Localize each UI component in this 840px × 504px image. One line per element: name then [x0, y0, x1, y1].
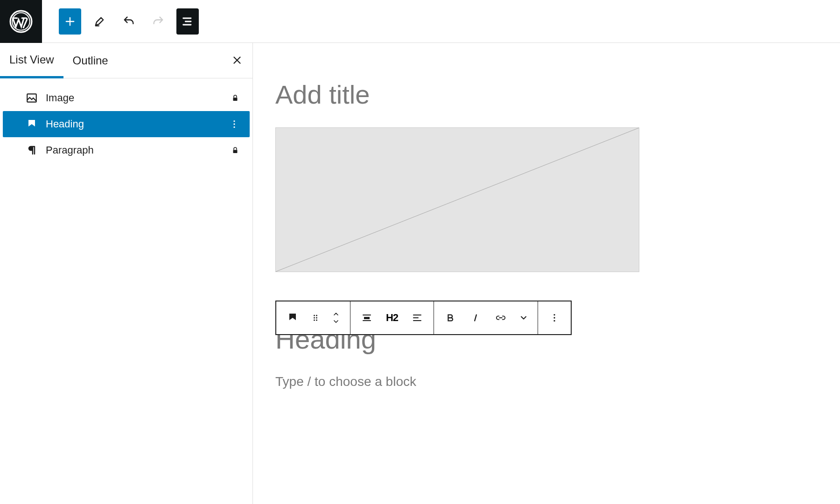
svg-point-15	[553, 314, 555, 315]
tools-button[interactable]	[88, 8, 111, 35]
edit-icon	[93, 15, 106, 28]
document-overview-button[interactable]	[176, 8, 199, 35]
italic-button[interactable]	[463, 301, 488, 334]
close-sidebar-button[interactable]	[231, 54, 243, 66]
align-button[interactable]	[354, 301, 379, 334]
list-item-heading[interactable]: Heading	[3, 111, 250, 137]
move-down-button[interactable]	[331, 318, 341, 325]
chevron-down-icon	[519, 313, 528, 322]
undo-icon	[121, 15, 136, 28]
paragraph-block-input[interactable]: Type / to choose a block	[275, 374, 818, 389]
add-block-button[interactable]	[59, 8, 81, 35]
image-block-placeholder[interactable]	[275, 127, 639, 272]
redo-button	[147, 8, 169, 35]
top-toolbar	[0, 0, 840, 43]
wordpress-logo[interactable]	[0, 0, 42, 43]
more-vertical-icon	[229, 119, 239, 129]
svg-point-16	[553, 317, 555, 318]
list-item-label: Heading	[46, 118, 84, 130]
paragraph-icon	[25, 145, 38, 156]
svg-rect-14	[364, 317, 370, 319]
main-area: List View Outline Image Heading Paragrap…	[0, 43, 840, 504]
heading-icon	[287, 312, 298, 323]
drag-handle[interactable]	[305, 301, 326, 334]
redo-icon	[151, 15, 166, 28]
svg-rect-7	[233, 150, 238, 153]
block-type-button[interactable]	[280, 301, 305, 334]
chevron-up-icon	[331, 310, 341, 318]
list-view-sidebar: List View Outline Image Heading Paragrap…	[0, 43, 253, 504]
wordpress-icon	[9, 10, 33, 33]
bold-icon	[445, 313, 455, 323]
tab-list-view[interactable]: List View	[0, 43, 63, 78]
align-icon	[361, 312, 372, 323]
list-item-image[interactable]: Image	[3, 85, 250, 111]
list-view-icon	[181, 15, 194, 28]
block-list: Image Heading Paragraph	[0, 78, 252, 163]
heading-icon	[25, 119, 38, 130]
chevron-down-icon	[331, 318, 341, 325]
list-item-label: Paragraph	[46, 144, 94, 156]
list-item-paragraph[interactable]: Paragraph	[3, 137, 250, 163]
list-item-label: Image	[46, 92, 74, 104]
svg-point-13	[316, 320, 317, 321]
move-up-button[interactable]	[331, 310, 341, 318]
svg-point-17	[553, 320, 555, 322]
sidebar-tabs: List View Outline	[0, 43, 252, 78]
plus-icon	[63, 15, 77, 28]
align-left-icon	[412, 312, 423, 323]
lock-icon	[231, 94, 239, 102]
close-icon	[231, 54, 243, 66]
bold-button[interactable]	[438, 301, 463, 334]
lock-icon	[231, 146, 239, 154]
more-vertical-icon	[549, 313, 560, 323]
post-title-input[interactable]: Add title	[275, 79, 818, 110]
tab-outline[interactable]: Outline	[63, 43, 118, 78]
svg-point-10	[314, 317, 315, 319]
svg-point-4	[233, 120, 235, 122]
svg-point-12	[314, 320, 315, 321]
svg-point-11	[316, 317, 317, 319]
heading-level-button[interactable]: H2	[379, 301, 405, 334]
svg-point-8	[314, 315, 315, 316]
block-toolbar: H2	[275, 301, 572, 335]
svg-point-9	[316, 315, 317, 316]
italic-icon	[470, 313, 481, 323]
svg-rect-3	[233, 98, 238, 101]
undo-button[interactable]	[118, 8, 140, 35]
svg-point-6	[233, 126, 235, 128]
drag-icon	[311, 313, 320, 322]
text-align-button[interactable]	[405, 301, 430, 334]
editor-canvas[interactable]: Add title H2	[253, 43, 840, 504]
link-button[interactable]	[488, 301, 513, 334]
options-button[interactable]	[229, 119, 239, 129]
svg-point-5	[233, 123, 235, 125]
h2-label: H2	[386, 312, 398, 324]
link-icon	[495, 313, 507, 323]
block-options-button[interactable]	[542, 301, 567, 334]
image-icon	[25, 92, 38, 104]
more-rich-text-button[interactable]	[513, 301, 534, 334]
